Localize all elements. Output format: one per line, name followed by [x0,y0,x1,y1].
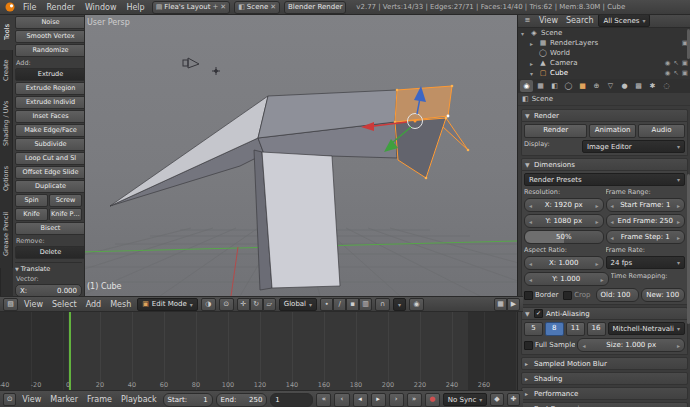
time-remap-new-field[interactable]: New: 100 [641,288,685,302]
tab-tools[interactable]: Tools [0,14,13,50]
rotate-manipulator-button[interactable]: ↻ [250,298,263,311]
timeline-editor-type-button[interactable]: ⊙ [3,393,16,406]
renderability-icon[interactable]: ▣ [682,59,688,67]
aa-filter-dropdown[interactable]: Mitchell-Netravali▾ [608,322,686,335]
outliner-row-scene[interactable]: ▾ ◈ Scene [518,28,690,38]
play-button[interactable]: ▸ [371,393,386,407]
camera-object[interactable] [183,58,199,68]
extrude-menu-button[interactable]: Extrude [15,68,85,81]
panel-header-render[interactable]: ▼Render [521,109,688,122]
extrude-individual-button[interactable]: Extrude Individ [15,96,85,109]
viewport-menu-select[interactable]: Select [49,300,80,309]
render-presets-dropdown[interactable]: Render Presets▾ [524,173,685,186]
delete-menu-button[interactable]: Delete [15,246,85,259]
lamp-object[interactable] [212,67,220,75]
make-edge-face-button[interactable]: Make Edge/Face [15,124,85,137]
panel-header-post-processing[interactable]: ▸Post Processing [521,402,688,407]
audio-button[interactable]: Audio [638,124,685,138]
tab-grease-pencil[interactable]: Grease Pencil [0,200,13,268]
prev-keyframe-button[interactable]: ‹ [334,393,349,407]
spin-button[interactable]: Spin [15,194,48,207]
screen-layout-selector[interactable]: ▤ Flea's Layout + ✕ [152,1,231,14]
tab-object-data[interactable]: ▽ [604,80,617,92]
editor-type-button[interactable]: ▧ [3,298,18,311]
tab-options[interactable]: Options [0,156,13,200]
timeline-menu-marker[interactable]: Marker [47,395,81,404]
disclosure-triangle-icon[interactable]: ▸ [530,60,536,67]
screw-button[interactable]: Screw [49,194,82,207]
offset-edge-slide-button[interactable]: Offset Edge Slide [15,166,85,179]
disclosure-triangle-icon[interactable]: ▾ [530,70,536,77]
start-frame-field[interactable]: Start: 1 [163,393,213,407]
aspect-y-field[interactable]: ◂Y: 1.000▸ [524,272,609,286]
outliner-row-world[interactable]: ◯ World [518,48,690,58]
aa-samples-11-button[interactable]: 11 [566,322,585,336]
menu-window[interactable]: Window [82,3,120,12]
outliner-row-cube[interactable]: ▾ ▢ Cube ◉ ↖ ▣ [518,68,690,78]
outliner-menu-view[interactable]: View [536,16,561,25]
render-button[interactable]: Render [524,124,587,138]
panel-header-anti-aliasing[interactable]: ▼ ✓ Anti-Aliasing [521,307,688,320]
mesh-paper-plane[interactable] [110,90,397,290]
viewport-menu-add[interactable]: Add [83,300,105,309]
start-frame-field[interactable]: ◂Start Frame: 1▸ [606,198,686,212]
randomize-button[interactable]: Randomize [15,44,85,57]
tab-modifiers[interactable]: ⊕ [590,80,603,92]
render-engine-selector[interactable]: Blender Render [284,1,346,14]
bisect-button[interactable]: Bisect [15,222,85,235]
viewport-shading-dropdown[interactable]: ◑ [201,298,216,311]
resolution-percentage-slider[interactable]: 50% [524,230,604,244]
jump-to-start-button[interactable]: « [316,393,331,407]
outliner-menu-search[interactable]: Search [563,16,596,25]
time-remap-old-field[interactable]: Old: 100 [596,288,640,302]
menu-help[interactable]: Help [123,3,147,12]
edge-select-button[interactable]: ∕ [333,298,346,311]
crop-checkbox[interactable]: Crop [563,288,593,302]
sync-mode-dropdown[interactable]: No Sync ▾ [443,393,488,406]
tab-texture[interactable]: ▩ [632,80,645,92]
visibility-eye-icon[interactable]: ◉ [665,69,671,77]
keying-set-icon[interactable]: ◆ [490,393,503,406]
smooth-vertex-button[interactable]: Smooth Vertex [15,30,85,43]
aspect-x-field[interactable]: ◂X: 1.000▸ [524,256,604,270]
menu-render[interactable]: Render [43,3,77,12]
disclosure-triangle-icon[interactable]: ▸ [530,40,536,47]
end-frame-field[interactable]: ◂End Frame: 250▸ [606,214,686,228]
timeline-menu-playback[interactable]: Playback [118,395,160,404]
viewport-menu-mesh[interactable]: Mesh [107,300,134,309]
disclosure-triangle-icon[interactable]: ▾ [521,30,527,37]
menu-file[interactable]: File [20,3,39,12]
face-select-button[interactable]: ▪ [346,298,359,311]
full-sample-checkbox[interactable]: Full Sample [524,338,575,352]
tab-particles[interactable]: ✱ [646,80,659,92]
insert-keyframe-icon[interactable]: ✚ [507,393,520,406]
duplicate-button[interactable]: Duplicate [15,180,85,193]
timeline-editor[interactable]: -40 -20 0 20 40 60 80 100 120 140 160 18… [0,310,517,391]
noise-button[interactable]: Noise [15,16,85,29]
selectability-icon[interactable]: ↖ [673,69,678,77]
aa-size-field[interactable]: ◂Size: 1.000 px▸ [577,338,685,352]
aa-samples-5-button[interactable]: 5 [524,322,543,336]
scale-manipulator-button[interactable]: ▱ [263,298,276,311]
pivot-point-dropdown[interactable]: ⊙ [219,298,234,311]
vertex-select-button[interactable]: ∙ [320,298,333,311]
scene-selector[interactable]: ◧ Scene ✕ [234,1,280,14]
panel-header-shading[interactable]: ▸Shading [521,372,688,385]
proportional-edit-dropdown[interactable]: ◉ [409,298,424,311]
knife-button[interactable]: Knife [15,208,48,221]
play-reverse-button[interactable]: ◂ [353,393,368,407]
knife-project-button[interactable]: Knife Project [49,208,82,221]
tab-shading-uvs[interactable]: Shading / UVs [0,90,13,156]
snap-magnet-button[interactable]: ∩ [375,298,390,311]
mode-dropdown[interactable]: ▣ Edit Mode ▾ [137,298,198,311]
delete-scene-button[interactable]: ✕ [270,3,276,11]
outliner-filter-dropdown[interactable]: All Scenes ▾ [598,14,650,27]
panel-header-sampled-motion-blur[interactable]: ▸Sampled Motion Blur [521,357,688,370]
tab-physics[interactable]: ◌ [660,80,673,92]
outliner-row-camera[interactable]: ▸ ▲ Camera ◉ ↖ ▣ [518,58,690,68]
tab-create[interactable]: Create [0,50,13,90]
tab-scene[interactable]: ◧ [548,80,561,92]
aa-samples-16-button[interactable]: 16 [587,322,606,336]
aa-samples-8-button[interactable]: 8 [545,322,564,336]
inset-faces-button[interactable]: Inset Faces [15,110,85,123]
